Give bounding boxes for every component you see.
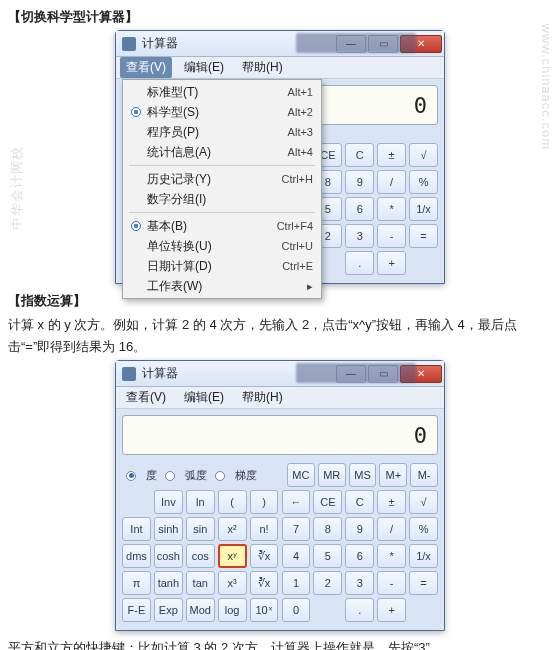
key-.[interactable]: .: [345, 251, 374, 275]
key-+[interactable]: +: [377, 598, 406, 622]
menu-edit[interactable]: 编辑(E): [178, 387, 230, 408]
key-0[interactable]: 0: [282, 598, 311, 622]
key-sinh[interactable]: sinh: [154, 517, 183, 541]
menu-history[interactable]: 历史记录(Y)Ctrl+H: [125, 169, 319, 189]
menu-unit-conversion[interactable]: 单位转换(U)Ctrl+U: [125, 236, 319, 256]
menu-item-label: 科学型(S): [147, 104, 199, 121]
calc-body: 度 弧度 梯度 MCMRMSM+M- Invln()Intsinhsinx²n!…: [116, 459, 444, 630]
menu-help[interactable]: 帮助(H): [236, 387, 289, 408]
key-C[interactable]: C: [345, 490, 374, 514]
key-1/x[interactable]: 1/x: [409, 197, 438, 221]
key-M+[interactable]: M+: [379, 463, 407, 487]
key-Int[interactable]: Int: [122, 517, 151, 541]
menu-shortcut: Ctrl+E: [282, 260, 313, 272]
key-±[interactable]: ±: [377, 490, 406, 514]
key-8[interactable]: 8: [313, 517, 342, 541]
key-CE[interactable]: CE: [313, 490, 342, 514]
radio-degrees[interactable]: [126, 471, 136, 481]
key-3[interactable]: 3: [345, 571, 374, 595]
key-√[interactable]: √: [409, 490, 438, 514]
key-*[interactable]: *: [377, 544, 406, 568]
menu-shortcut: Alt+2: [288, 106, 313, 118]
key-.[interactable]: .: [345, 598, 374, 622]
menu-help[interactable]: 帮助(H): [236, 57, 289, 78]
radio-gradians[interactable]: [215, 471, 225, 481]
key-4[interactable]: 4: [282, 544, 311, 568]
menu-date-calc[interactable]: 日期计算(D)Ctrl+E: [125, 256, 319, 276]
menu-standard[interactable]: 标准型(T)Alt+1: [125, 82, 319, 102]
key-2[interactable]: 2: [313, 571, 342, 595]
calc-display: 0: [122, 415, 438, 455]
menu-item-label: 工作表(W): [147, 278, 202, 295]
key-C[interactable]: C: [345, 143, 374, 167]
key-sin[interactable]: sin: [186, 517, 215, 541]
key-MS[interactable]: MS: [349, 463, 377, 487]
menu-item-label: 基本(B): [147, 218, 187, 235]
menu-digit-grouping[interactable]: 数字分组(I): [125, 189, 319, 209]
key-1[interactable]: 1: [282, 571, 311, 595]
menu-item-label: 历史记录(Y): [147, 171, 211, 188]
key-cosh[interactable]: cosh: [154, 544, 183, 568]
key-=[interactable]: =: [409, 571, 438, 595]
key-log[interactable]: log: [218, 598, 247, 622]
menu-view[interactable]: 查看(V): [120, 387, 172, 408]
key-←[interactable]: ←: [282, 490, 311, 514]
key-%[interactable]: %: [409, 170, 438, 194]
key-9[interactable]: 9: [345, 517, 374, 541]
key-10ˣ[interactable]: 10ˣ: [250, 598, 279, 622]
menu-item-label: 单位转换(U): [147, 238, 212, 255]
key-cos[interactable]: cos: [186, 544, 215, 568]
key-3[interactable]: 3: [345, 224, 374, 248]
key-n![interactable]: n!: [250, 517, 279, 541]
menu-statistics[interactable]: 统计信息(A)Alt+4: [125, 142, 319, 162]
key-π[interactable]: π: [122, 571, 151, 595]
key-∛x[interactable]: ∛x: [250, 544, 279, 568]
key-/[interactable]: /: [377, 170, 406, 194]
radio-radians[interactable]: [165, 471, 175, 481]
key-xʸ[interactable]: xʸ: [218, 544, 247, 568]
key--[interactable]: -: [377, 224, 406, 248]
menu-scientific[interactable]: 科学型(S)Alt+2: [125, 102, 319, 122]
menu-worksheets[interactable]: 工作表(W)▸: [125, 276, 319, 296]
key-M-[interactable]: M-: [410, 463, 438, 487]
key--[interactable]: -: [377, 571, 406, 595]
menu-item-label: 标准型(T): [147, 84, 198, 101]
key-([interactable]: (: [218, 490, 247, 514]
key-=[interactable]: =: [409, 224, 438, 248]
grad-label: 梯度: [235, 468, 257, 483]
key-F-E[interactable]: F-E: [122, 598, 151, 622]
key-tan[interactable]: tan: [186, 571, 215, 595]
key-±[interactable]: ±: [377, 143, 406, 167]
key-/[interactable]: /: [377, 517, 406, 541]
key-6[interactable]: 6: [345, 197, 374, 221]
key-∛x[interactable]: ∛x: [250, 571, 279, 595]
key-Mod[interactable]: Mod: [186, 598, 215, 622]
calc-window: 计算器 — ▭ ✕ 查看(V) 编辑(E) 帮助(H) 0 标准型(T)Alt+…: [115, 30, 445, 284]
app-icon: [122, 367, 136, 381]
key-)[interactable]: ): [250, 490, 279, 514]
key-%[interactable]: %: [409, 517, 438, 541]
key-x³[interactable]: x³: [218, 571, 247, 595]
key-9[interactable]: 9: [345, 170, 374, 194]
menu-sep: [129, 212, 315, 213]
key-6[interactable]: 6: [345, 544, 374, 568]
key-+[interactable]: +: [377, 251, 406, 275]
key-dms[interactable]: dms: [122, 544, 151, 568]
menu-basic[interactable]: 基本(B)Ctrl+F4: [125, 216, 319, 236]
key-MR[interactable]: MR: [318, 463, 346, 487]
key-√[interactable]: √: [409, 143, 438, 167]
menu-programmer[interactable]: 程序员(P)Alt+3: [125, 122, 319, 142]
key-*[interactable]: *: [377, 197, 406, 221]
key-tanh[interactable]: tanh: [154, 571, 183, 595]
key-Inv[interactable]: Inv: [154, 490, 183, 514]
key-Exp[interactable]: Exp: [154, 598, 183, 622]
key-5[interactable]: 5: [313, 544, 342, 568]
menu-shortcut: Alt+3: [288, 126, 313, 138]
key-7[interactable]: 7: [282, 517, 311, 541]
key-1/x[interactable]: 1/x: [409, 544, 438, 568]
key-MC[interactable]: MC: [287, 463, 315, 487]
key-ln[interactable]: ln: [186, 490, 215, 514]
menu-edit[interactable]: 编辑(E): [178, 57, 230, 78]
menu-view[interactable]: 查看(V): [120, 57, 172, 78]
key-x²[interactable]: x²: [218, 517, 247, 541]
